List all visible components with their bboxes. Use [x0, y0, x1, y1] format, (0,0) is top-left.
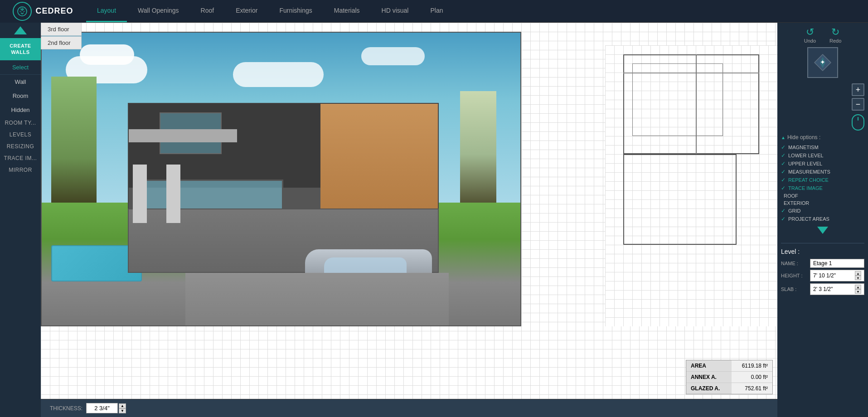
- slab-down-button[interactable]: ▼: [855, 289, 861, 294]
- zoom-in-button[interactable]: +: [852, 83, 864, 96]
- tab-hd-visual[interactable]: HD visual: [371, 0, 420, 22]
- level-height-spinner: ▲ ▼: [855, 271, 861, 280]
- thickness-input[interactable]: [86, 403, 118, 413]
- thickness-spinner: ▲ ▼: [119, 403, 126, 413]
- area-row-glazed: GLAZED A. 752.61 ft²: [686, 383, 772, 394]
- option-label-exterior[interactable]: EXTERIOR: [784, 200, 809, 206]
- check-project-areas: ✓: [781, 216, 786, 222]
- redo-icon: ↻: [829, 26, 841, 38]
- tab-exterior[interactable]: Exterior: [225, 0, 268, 22]
- logo-icon: [13, 2, 32, 21]
- svg-text:✦: ✦: [820, 58, 825, 66]
- check-trace-image: ✓: [781, 185, 786, 191]
- floor-tab-2nd[interactable]: 2nd floor: [41, 36, 82, 49]
- check-magnetism: ✓: [781, 144, 786, 150]
- level-name-row: NAME : Etage 1: [781, 259, 864, 268]
- thickness-bar: THICKNESS: ▲ ▼: [41, 399, 777, 417]
- option-label-project-areas[interactable]: PROJECT AREAS: [788, 216, 829, 222]
- nav-diamond[interactable]: ✦: [807, 47, 838, 78]
- option-label-repeat-choice[interactable]: REPEAT CHOICE: [788, 177, 829, 183]
- thickness-label: THICKNESS:: [50, 405, 82, 412]
- tab-wall-openings[interactable]: Wall Openings: [127, 0, 190, 22]
- area-label-area: AREA: [686, 360, 732, 371]
- hide-options-arrow: ▲: [781, 135, 786, 140]
- floor-tabs: 3rd floor 2nd floor: [41, 23, 82, 50]
- option-magnetism: ✓ MAGNETISM: [781, 143, 864, 151]
- redo-button[interactable]: ↻ Redo: [829, 26, 841, 44]
- blueprint-line-1: [669, 54, 759, 55]
- height-down-button[interactable]: ▼: [855, 276, 861, 280]
- option-label-measurements[interactable]: MEASUREMENTS: [788, 169, 830, 175]
- level-slab-spinner: ▲ ▼: [855, 285, 861, 294]
- tab-roof[interactable]: Roof: [190, 0, 225, 22]
- level-name-text: Etage 1: [813, 260, 832, 267]
- option-lower-level: ✓ LOWER LEVEL: [781, 151, 864, 160]
- option-label-upper-level[interactable]: UPPER LEVEL: [788, 161, 822, 166]
- floor-tab-3rd[interactable]: 3rd floor: [41, 23, 82, 36]
- option-measurements: ✓ MEASUREMENTS: [781, 168, 864, 176]
- level-slab-field: 2' 3 1/2" ▲ ▼: [810, 283, 864, 295]
- undo-redo-row: ↺ Undo ↻ Redo: [781, 26, 864, 44]
- check-grid: ✓: [781, 208, 786, 214]
- thickness-up-button[interactable]: ▲: [119, 403, 126, 408]
- create-walls-button[interactable]: CREATE WALLS: [0, 38, 41, 60]
- sidebar-up-arrow[interactable]: [14, 26, 27, 34]
- blueprint-inner: [632, 63, 723, 136]
- tab-layout[interactable]: Layout: [86, 0, 127, 22]
- level-section: Level : NAME : Etage 1 HEIGHT : 7' 10 1/…: [781, 243, 864, 297]
- sidebar-item-wall[interactable]: Wall: [0, 75, 41, 89]
- redo-label: Redo: [829, 38, 841, 44]
- area-label-annex: ANNEX A.: [686, 372, 732, 383]
- option-roof: ROOF: [781, 192, 864, 199]
- tab-furnishings[interactable]: Furnishings: [268, 0, 323, 22]
- level-name-label: NAME :: [781, 261, 808, 266]
- main-layout: CREATE WALLS Select Wall Room Hidden ROO…: [0, 23, 868, 417]
- sidebar-room-type[interactable]: ROOM TY...: [0, 117, 41, 129]
- undo-icon: ↺: [804, 26, 816, 38]
- left-sidebar: CREATE WALLS Select Wall Room Hidden ROO…: [0, 23, 41, 417]
- blueprint-line-2: [623, 73, 759, 73]
- slab-up-button[interactable]: ▲: [855, 285, 861, 289]
- zoom-out-button[interactable]: −: [852, 98, 864, 111]
- hide-options-label: Hide options :: [787, 134, 820, 141]
- house-terrace: [129, 129, 237, 143]
- sidebar-trace-im[interactable]: TRACE IM...: [0, 152, 41, 164]
- undo-label: Undo: [804, 38, 816, 44]
- option-project-areas: ✓ PROJECT AREAS: [781, 215, 864, 223]
- hide-options-header[interactable]: ▲ Hide options :: [781, 134, 864, 141]
- option-label-grid[interactable]: GRID: [788, 208, 801, 213]
- hide-options-down-arrow[interactable]: [817, 227, 828, 234]
- sidebar-mirror[interactable]: MIRROR: [0, 164, 41, 176]
- thickness-down-button[interactable]: ▼: [119, 408, 126, 413]
- nav-tabs: Layout Wall Openings Roof Exterior Furni…: [86, 0, 868, 22]
- hide-options-list: ✓ MAGNETISM ✓ LOWER LEVEL ✓ UPPER LEVEL …: [781, 143, 864, 223]
- sidebar-levels[interactable]: LEVELS: [0, 129, 41, 141]
- check-repeat-choice: ✓: [781, 177, 786, 183]
- sidebar-select[interactable]: Select: [0, 60, 41, 75]
- area-row-annex: ANNEX A. 0.00 ft²: [686, 372, 772, 383]
- level-height-text: 7' 10 1/2": [813, 272, 836, 279]
- area-info-table: AREA 6119.18 ft² ANNEX A. 0.00 ft² GLAZE…: [686, 360, 773, 394]
- sidebar-item-room[interactable]: Room: [0, 89, 41, 103]
- option-label-roof[interactable]: ROOF: [784, 193, 798, 199]
- option-label-magnetism[interactable]: MAGNETISM: [788, 145, 819, 150]
- tab-plan[interactable]: Plan: [419, 0, 454, 22]
- undo-button[interactable]: ↺ Undo: [804, 26, 816, 44]
- option-label-lower-level[interactable]: LOWER LEVEL: [788, 153, 824, 158]
- level-height-label: HEIGHT :: [781, 273, 808, 278]
- grid-canvas[interactable]: AREA 6119.18 ft² ANNEX A. 0.00 ft² GLAZE…: [41, 23, 777, 417]
- option-trace-image: ✓ TRACE IMAGE: [781, 184, 864, 192]
- option-label-trace-image[interactable]: TRACE IMAGE: [788, 185, 823, 191]
- sidebar-resizing[interactable]: RESIZING: [0, 141, 41, 152]
- mouse-scroll: [858, 117, 858, 121]
- area-value-glazed: 752.61 ft²: [732, 383, 772, 394]
- house-dark-panel: [129, 104, 320, 188]
- level-header: Level :: [781, 248, 864, 255]
- option-upper-level: ✓ UPPER LEVEL: [781, 160, 864, 168]
- sidebar-item-hidden[interactable]: Hidden: [0, 103, 41, 117]
- option-grid: ✓ GRID: [781, 207, 864, 215]
- tab-materials[interactable]: Materials: [323, 0, 371, 22]
- level-name-value: Etage 1: [810, 259, 864, 268]
- tree-left: [51, 77, 97, 213]
- height-up-button[interactable]: ▲: [855, 271, 861, 276]
